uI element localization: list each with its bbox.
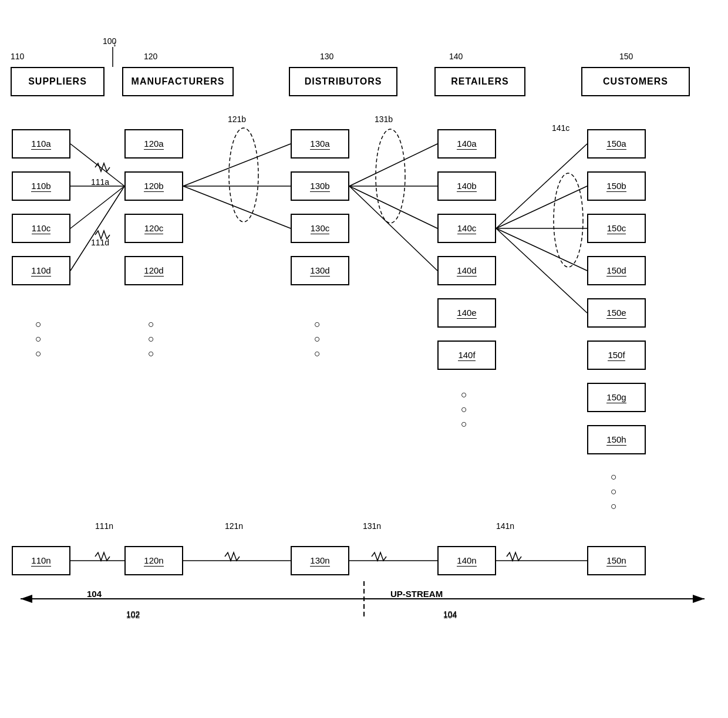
ref-111a: 111a: [91, 177, 109, 187]
node-140n: 140n: [437, 546, 496, 575]
node-150n: 150n: [587, 546, 646, 575]
ref-110: 110: [11, 52, 24, 61]
ref-130: 130: [320, 52, 333, 61]
ref-111n: 111n: [95, 521, 113, 531]
node-140e: 140e: [437, 298, 496, 328]
header-suppliers: SUPPLIERS: [11, 67, 105, 96]
node-140f: 140f: [437, 341, 496, 370]
node-120a: 120a: [124, 129, 183, 159]
svg-line-12: [496, 144, 587, 228]
dots-140: ○○○: [461, 387, 469, 432]
svg-line-15: [496, 228, 587, 271]
label-downstream: UP-STREAM: [390, 589, 443, 599]
svg-line-8: [349, 144, 437, 186]
dots-120: ○○○: [148, 317, 156, 362]
ref-120: 120: [144, 52, 157, 61]
node-140a: 140a: [437, 129, 496, 159]
ref-131n: 131n: [363, 521, 381, 531]
node-110a: 110a: [12, 129, 70, 159]
svg-line-5: [183, 144, 291, 186]
node-120d: 120d: [124, 256, 183, 285]
node-120c: 120c: [124, 214, 183, 243]
svg-point-23: [554, 173, 583, 267]
ref-141n: 141n: [496, 521, 514, 531]
node-140b: 140b: [437, 171, 496, 201]
arrow-100: ↓: [113, 39, 117, 48]
node-110c: 110c: [12, 214, 70, 243]
node-110d: 110d: [12, 256, 70, 285]
supply-chain-diagram: SUPPLIERS MANUFACTURERS DISTRIBUTORS RET…: [0, 0, 728, 718]
label-104: 104: [443, 609, 457, 619]
header-customers: CUSTOMERS: [581, 67, 690, 96]
node-130b: 130b: [291, 171, 349, 201]
svg-line-3: [70, 186, 124, 228]
header-retailers: RETAILERS: [434, 67, 525, 96]
svg-line-13: [496, 186, 587, 228]
node-130a: 130a: [291, 129, 349, 159]
node-140d: 140d: [437, 256, 496, 285]
node-150b: 150b: [587, 171, 646, 201]
node-120n: 120n: [124, 546, 183, 575]
ref-111d: 111d: [91, 238, 109, 247]
node-150e: 150e: [587, 298, 646, 328]
svg-point-21: [229, 128, 258, 222]
label-upstream: 104: [87, 589, 102, 599]
label-102: 102: [126, 609, 140, 619]
svg-point-22: [376, 129, 405, 223]
node-120b: 120b: [124, 171, 183, 201]
dots-130: ○○○: [314, 317, 322, 362]
ref-121b: 121b: [228, 114, 246, 124]
svg-line-16: [496, 228, 587, 313]
ref-131b: 131b: [375, 114, 393, 124]
ref-140: 140: [449, 52, 463, 61]
node-130c: 130c: [291, 214, 349, 243]
node-110b: 110b: [12, 171, 70, 201]
node-150a: 150a: [587, 129, 646, 159]
svg-line-11: [349, 186, 437, 271]
dots-150: ○○○: [611, 470, 618, 514]
node-130n: 130n: [291, 546, 349, 575]
svg-marker-25: [21, 595, 32, 603]
node-150c: 150c: [587, 214, 646, 243]
ref-150: 150: [619, 52, 633, 61]
svg-marker-27: [693, 595, 705, 603]
node-150g: 150g: [587, 383, 646, 412]
dots-110: ○○○: [35, 317, 43, 362]
ref-141c: 141c: [552, 123, 569, 133]
svg-line-7: [183, 186, 291, 228]
node-130d: 130d: [291, 256, 349, 285]
svg-line-4: [70, 186, 124, 271]
node-110n: 110n: [12, 546, 70, 575]
header-manufacturers: MANUFACTURERS: [122, 67, 234, 96]
node-150f: 150f: [587, 341, 646, 370]
svg-line-10: [349, 186, 437, 228]
header-distributors: DISTRIBUTORS: [289, 67, 397, 96]
node-150h: 150h: [587, 425, 646, 454]
node-150d: 150d: [587, 256, 646, 285]
ref-121n: 121n: [225, 521, 243, 531]
node-140c: 140c: [437, 214, 496, 243]
